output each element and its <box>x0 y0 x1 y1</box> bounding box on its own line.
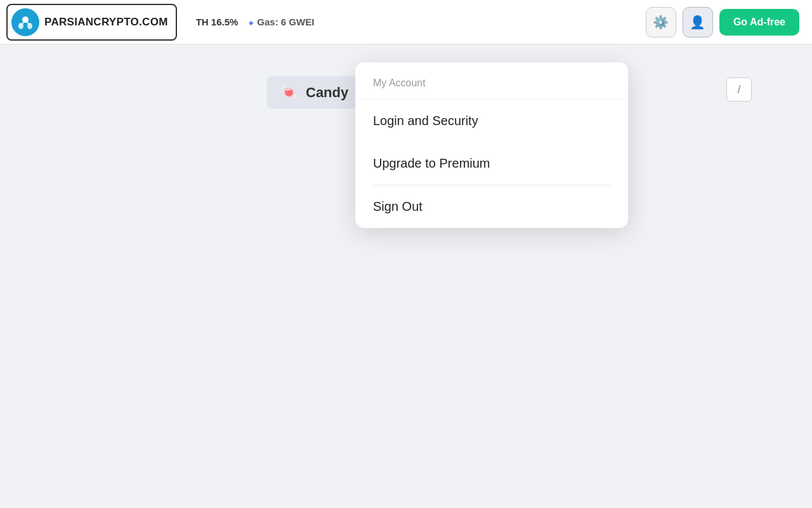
user-avatar: 🍬 <box>279 83 299 102</box>
eth-gas: TH 16.5% ⬥ Gas: 6 GWEI <box>196 17 315 27</box>
user-account-button[interactable]: 👤 <box>683 7 713 37</box>
upgrade-premium-item[interactable]: Upgrade to Premium <box>355 142 628 185</box>
user-name: Candy <box>306 84 348 101</box>
gas-value: Gas: 6 GWEI <box>257 17 314 27</box>
account-dropdown: My Account Login and Security Upgrade to… <box>355 62 628 228</box>
settings-button[interactable]: ⚙️ <box>646 7 676 37</box>
main-body: 🍬 Candy / My Account Login and Security … <box>0 44 812 508</box>
user-row: 🍬 Candy <box>266 76 361 109</box>
slash-badge: / <box>726 77 752 102</box>
header-actions: ⚙️ 👤 Go Ad-free <box>646 7 799 37</box>
eth-ticker: TH 16.5% <box>196 17 239 27</box>
gas-ticker: ⬥ Gas: 6 GWEI <box>248 17 314 27</box>
sign-out-item[interactable]: Sign Out <box>355 185 628 228</box>
eth-icon: ⬥ <box>248 17 254 27</box>
site-name: PARSIANCRYPTO.COM <box>44 16 168 29</box>
topbar: PARSIANCRYPTO.COM TH 16.5% ⬥ Gas: 6 GWEI… <box>0 0 812 44</box>
my-account-label: My Account <box>355 62 628 99</box>
logo-circle <box>11 8 39 36</box>
login-security-item[interactable]: Login and Security <box>355 100 628 142</box>
logo: PARSIANCRYPTO.COM <box>6 4 177 41</box>
go-adfree-button[interactable]: Go Ad-free <box>719 9 799 36</box>
